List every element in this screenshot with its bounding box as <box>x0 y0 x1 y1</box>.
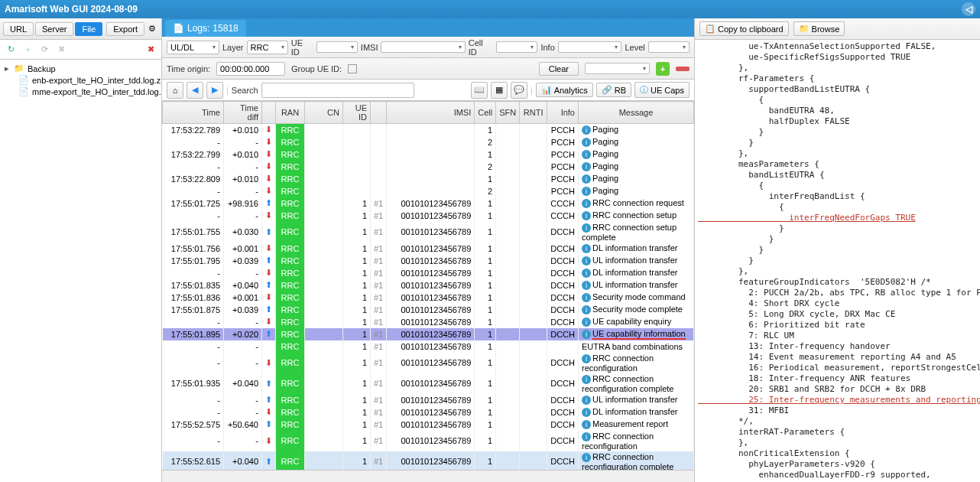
th-diff[interactable]: Time diff <box>224 102 262 124</box>
th-cell[interactable]: Cell <box>475 102 496 124</box>
detail-panel: 📋Copy to clipboard 📁Browse ue-TxAntennaS… <box>694 18 980 482</box>
del-icon[interactable]: ✖ <box>55 44 67 56</box>
th-cn[interactable]: CN <box>305 102 343 124</box>
export-button[interactable]: Export <box>106 22 144 36</box>
uldl-combo[interactable]: UL/DL▾ <box>167 41 219 54</box>
doc-icon: 📄 <box>173 23 184 34</box>
table-row[interactable]: 17:53:22.809+0.010⬇RRC1PCCHiPaging <box>163 173 694 185</box>
file-label: mme-export_lte_HO_inter_tdd.log.zip <box>32 87 161 96</box>
chat-icon[interactable]: 💬 <box>511 82 527 99</box>
tree-root-label: Backup <box>28 64 56 73</box>
table-row[interactable]: 17:55:01.755+0.030⬆RRC1#1001010123456789… <box>163 222 694 243</box>
table-row[interactable]: --⬆RRC1#10010101234567891DCCHiUL informa… <box>163 394 694 406</box>
table-row[interactable]: 17:55:01.895+0.020⬆RRC1#1001010123456789… <box>163 328 694 340</box>
info-combo[interactable]: ▾ <box>558 41 622 53</box>
table-row[interactable]: --⬇RRC2PCCHiPaging <box>163 185 694 197</box>
table-row[interactable]: --⬇RRC1#10010101234567891CCCHiRRC connec… <box>163 210 694 222</box>
table-row[interactable]: 17:55:01.875+0.039⬆RRC1#1001010123456789… <box>163 304 694 316</box>
search-input[interactable] <box>261 83 414 98</box>
book-icon[interactable]: 📖 <box>471 82 488 99</box>
sidebar: URL Server File Export ⚙ ↻ ＋ ⟳ ✖ ✖ ▸ 📁 B… <box>0 18 162 482</box>
imsi-combo[interactable]: ▾ <box>381 41 465 53</box>
th-rnti[interactable]: RNTI <box>520 102 547 124</box>
layer-combo[interactable]: RRC▾ <box>247 41 288 54</box>
th-dir[interactable] <box>262 102 276 124</box>
tree-file[interactable]: 📄enb-export_lte_HO_inter_tdd.log.zip✔ <box>2 74 160 86</box>
detail-content[interactable]: ue-TxAntennaSelectionSupported FALSE, ue… <box>695 40 980 482</box>
th-imsi[interactable]: IMSI <box>387 102 475 124</box>
tree-file[interactable]: 📄mme-export_lte_HO_inter_tdd.log.zip✔ <box>2 86 160 97</box>
add-icon[interactable]: ＋ <box>21 44 34 56</box>
back-icon[interactable]: ◀ <box>187 82 203 99</box>
clear-combo[interactable]: ▾ <box>585 63 650 74</box>
table-row[interactable]: 17:55:01.725+98.916⬆RRC1#100101012345678… <box>163 197 694 210</box>
folder-icon: 📁 <box>14 64 24 73</box>
detail-toolbar: 📋Copy to clipboard 📁Browse <box>695 18 980 40</box>
sidebar-toolbar: URL Server File Export ⚙ <box>0 18 161 40</box>
th-cls[interactable] <box>371 102 387 124</box>
rb-button[interactable]: 🔗RB <box>596 83 631 97</box>
table-row[interactable]: 17:55:01.795+0.039⬆RRC1#1001010123456789… <box>163 255 694 267</box>
expander-icon[interactable]: ▸ <box>3 64 11 73</box>
info-label: Info <box>540 43 554 52</box>
table-row[interactable]: --⬇RRC1#10010101234567891DCCHiRRC connec… <box>163 431 694 451</box>
table-row[interactable]: 17:55:52.615+0.040⬆RRC1#1001010123456789… <box>163 451 694 471</box>
browse-button[interactable]: 📁Browse <box>793 21 845 36</box>
grid-icon[interactable]: ▦ <box>491 82 508 99</box>
tab-logs[interactable]: 📄 Logs: 15818 <box>165 20 246 37</box>
layer-label: Layer <box>222 43 244 52</box>
gear-icon[interactable]: ⚙ <box>146 23 158 35</box>
uecaps-button[interactable]: ⓘUE Caps <box>634 82 690 98</box>
table-row[interactable]: 17:53:22.799+0.010⬇RRC1PCCHiPaging <box>163 148 694 161</box>
table-row[interactable]: 17:55:52.575+50.640⬆RRC1#100101012345678… <box>163 418 694 431</box>
th-sfn[interactable]: SFN <box>496 102 520 124</box>
table-row[interactable]: 17:53:22.789+0.010⬇RRC1PCCHiPaging <box>163 124 694 136</box>
table-row[interactable]: --RRC1#10010101234567891EUTRA band combi… <box>163 340 694 353</box>
remove-filter-icon[interactable] <box>676 67 690 71</box>
cellid-combo[interactable]: ▾ <box>496 41 537 53</box>
clear-button[interactable]: Clear <box>539 62 579 76</box>
table-row[interactable]: --⬇RRC1#10010101234567891DCCHiDL informa… <box>163 267 694 279</box>
url-button[interactable]: URL <box>3 22 34 36</box>
ueid-combo[interactable]: ▾ <box>316 41 358 53</box>
imsi-label: IMSI <box>361 43 378 52</box>
hscroll[interactable] <box>162 470 694 482</box>
home-icon[interactable]: ⌂ <box>167 82 183 99</box>
file-button[interactable]: File <box>75 22 102 36</box>
table-row[interactable]: --⬇RRC2PCCHiPaging <box>163 136 694 148</box>
th-ueid[interactable]: UE ID <box>343 102 371 124</box>
chart-icon: 📊 <box>541 85 552 95</box>
time-row: Time origin: 00:00:00.000 Group UE ID: C… <box>162 58 694 80</box>
table-row[interactable]: 17:55:01.836+0.001⬇RRC1#1001010123456789… <box>163 291 694 304</box>
th-ran[interactable]: RAN <box>276 102 305 124</box>
time-origin-input[interactable]: 00:00:00.000 <box>216 62 285 76</box>
table-row[interactable]: 17:55:01.756+0.001⬇RRC1#1001010123456789… <box>163 243 694 255</box>
file-icon: 📄 <box>18 75 29 85</box>
table-row[interactable]: --⬇RRC1#10010101234567891DCCHiUE capabil… <box>163 316 694 328</box>
folder-icon: 📁 <box>799 24 810 34</box>
table-row[interactable]: --⬇RRC1#10010101234567891DCCHiDL informa… <box>163 406 694 418</box>
group-ueid-checkbox[interactable] <box>348 64 357 73</box>
refresh-icon[interactable]: ↻ <box>5 44 17 56</box>
table-row[interactable]: 17:55:01.835+0.040⬆RRC1#1001010123456789… <box>163 279 694 291</box>
th-msg[interactable]: Message <box>578 102 693 124</box>
table-row[interactable]: --⬇RRC2PCCHiPaging <box>163 161 694 173</box>
analytics-button[interactable]: 📊Analytics <box>536 83 593 97</box>
log-table-wrap[interactable]: Time Time diff RAN CN UE ID IMSI Cell SF… <box>162 101 694 470</box>
cellid-label: Cell ID <box>469 38 493 57</box>
info-icon: ⓘ <box>640 84 648 96</box>
table-row[interactable]: --⬇RRC1#10010101234567891DCCHiRRC connec… <box>163 353 694 373</box>
forward-icon[interactable]: ▶ <box>206 82 223 99</box>
close-icon[interactable]: ✖ <box>144 44 157 56</box>
th-time[interactable]: Time <box>163 102 224 124</box>
server-button[interactable]: Server <box>35 22 73 36</box>
cycle-icon[interactable]: ⟳ <box>38 44 50 56</box>
level-combo[interactable]: ▾ <box>648 41 690 53</box>
th-info[interactable]: Info <box>547 102 579 124</box>
table-row[interactable]: 17:55:01.935+0.040⬆RRC1#1001010123456789… <box>163 373 694 394</box>
link-icon: 🔗 <box>602 85 612 95</box>
add-filter-icon[interactable]: + <box>656 62 670 76</box>
copy-button[interactable]: 📋Copy to clipboard <box>699 21 789 36</box>
tree-root[interactable]: ▸ 📁 Backup <box>2 63 160 74</box>
collapse-icon[interactable]: ◁ <box>962 2 975 16</box>
